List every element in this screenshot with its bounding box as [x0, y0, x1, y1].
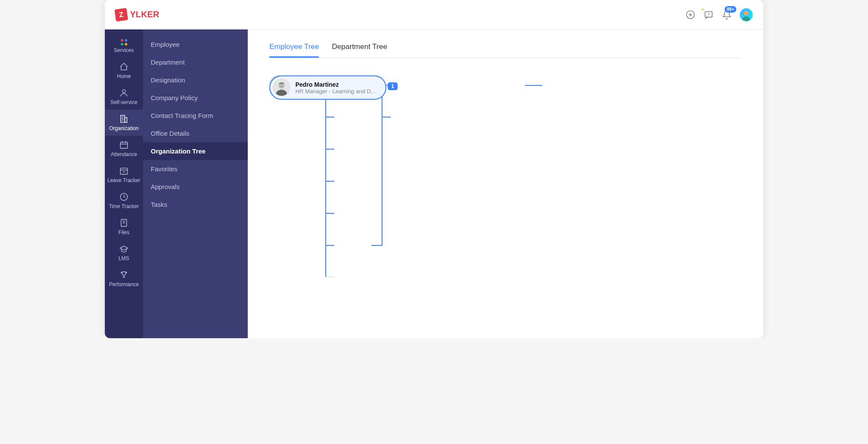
trophy-icon [119, 270, 129, 280]
logo-text: YLKER [130, 10, 159, 20]
nav-files[interactable]: Files [105, 214, 143, 240]
nav-time-tracker[interactable]: Time Tracker [105, 188, 143, 214]
nav-performance[interactable]: Performance [105, 266, 143, 292]
logo[interactable]: Z YLKER [115, 9, 159, 21]
profile-avatar[interactable] [740, 8, 753, 21]
subnav-favorites[interactable]: Favorites [143, 160, 248, 178]
nav-label: Self-service [110, 99, 138, 105]
subnav-office-details[interactable]: Office Details [143, 124, 248, 142]
nav-label: Leave Tracker [107, 177, 140, 183]
nav-label: Time Tracker [109, 203, 139, 209]
nav-label: LMS [119, 255, 130, 261]
primary-nav: Services Home Self-service Organization … [105, 29, 143, 338]
subnav-department[interactable]: Department [143, 53, 248, 71]
notification-bell-icon[interactable]: 99+ [722, 10, 732, 20]
svg-rect-8 [121, 115, 125, 123]
svg-point-78 [279, 83, 284, 88]
report-count-badge: 1 [388, 82, 398, 90]
person-icon [119, 88, 129, 98]
services-icon [121, 39, 127, 46]
employee-avatar [273, 79, 290, 96]
nav-label: Services [114, 47, 134, 53]
subnav-company-policy[interactable]: Company Policy [143, 89, 248, 107]
employee-card[interactable]: Pedro Martinez HR Manager - Learning and… [269, 75, 386, 100]
notification-badge: 99+ [725, 6, 736, 13]
tab-employee-tree[interactable]: Employee Tree [269, 42, 319, 58]
tree-tabs: Employee Tree Department Tree [269, 42, 742, 58]
nav-organization[interactable]: Organization [105, 110, 143, 136]
help-chat-icon[interactable]: ? ✦ [703, 10, 714, 20]
svg-point-7 [122, 90, 125, 93]
svg-point-5 [744, 11, 749, 16]
nav-home[interactable]: Home [105, 58, 143, 84]
nav-label: Attendance [111, 151, 137, 157]
svg-point-6 [742, 16, 750, 21]
subnav-contact-tracing[interactable]: Contact Tracing Form [143, 107, 248, 124]
nav-label: Performance [109, 281, 139, 287]
employee-name: Pedro Martinez [295, 81, 376, 88]
org-tree: 26 2 46 3 [269, 75, 742, 336]
subnav-employee[interactable]: Employee [143, 36, 248, 53]
subnav-approvals[interactable]: Approvals [143, 178, 248, 196]
clock-icon [119, 192, 129, 202]
svg-rect-17 [120, 168, 128, 175]
svg-rect-9 [125, 118, 127, 122]
home-icon [119, 62, 129, 72]
nav-label: Organization [109, 125, 139, 131]
nav-attendance[interactable]: Attendance [105, 136, 143, 162]
employee-role: HR Manager - Learning and D... [295, 88, 376, 95]
subnav-tasks[interactable]: Tasks [143, 196, 248, 213]
calendar-minus-icon [119, 166, 129, 176]
building-icon [119, 114, 129, 124]
nav-label: Home [117, 73, 131, 79]
nav-services[interactable]: Services [105, 35, 143, 58]
add-icon[interactable] [685, 10, 696, 20]
svg-rect-13 [120, 142, 128, 149]
nav-lms[interactable]: LMS [105, 240, 143, 266]
files-icon [119, 218, 129, 228]
nav-leave-tracker[interactable]: Leave Tracker [105, 162, 143, 188]
sparkle-icon: ✦ [701, 7, 704, 12]
tab-department-tree[interactable]: Department Tree [332, 42, 387, 58]
secondary-nav: Employee Department Designation Company … [143, 29, 248, 338]
svg-text:?: ? [707, 12, 709, 16]
nav-self-service[interactable]: Self-service [105, 84, 143, 110]
graduation-icon [119, 244, 129, 254]
logo-mark: Z [114, 8, 128, 22]
subnav-organization-tree[interactable]: Organization Tree [143, 142, 248, 160]
subnav-designation[interactable]: Designation [143, 71, 248, 89]
nav-label: Files [118, 229, 129, 235]
calendar-icon [119, 140, 129, 150]
